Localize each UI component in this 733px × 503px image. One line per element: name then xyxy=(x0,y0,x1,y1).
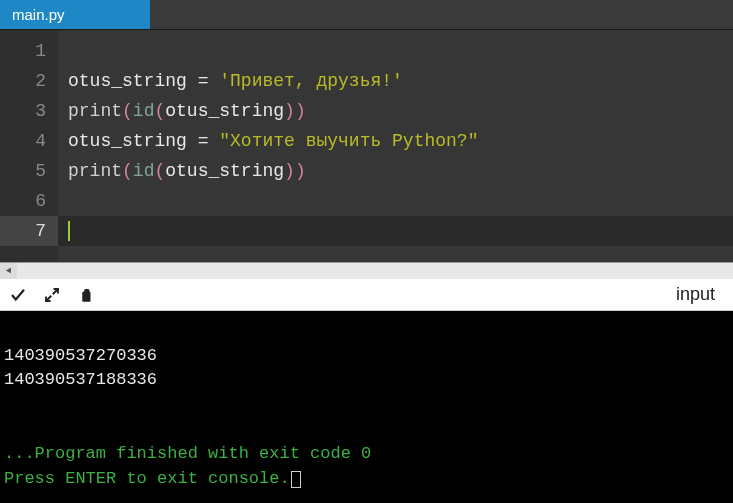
console-line: 140390537270336 xyxy=(4,346,157,365)
code-line xyxy=(58,186,733,216)
code-area[interactable]: otus_string = 'Привет, друзья!' print(id… xyxy=(58,30,733,262)
line-number: 4 xyxy=(0,126,58,156)
line-number: 1 xyxy=(0,36,58,66)
console-status: ...Program finished with exit code 0 xyxy=(4,444,371,463)
copy-icon[interactable] xyxy=(76,285,96,305)
scroll-left-arrow[interactable]: ◄ xyxy=(0,263,17,280)
line-gutter: 1 2 3 4 5 6 7 xyxy=(0,30,58,262)
console-line: 140390537188336 xyxy=(4,370,157,389)
checkmark-icon[interactable] xyxy=(8,285,28,305)
input-label: input xyxy=(676,284,725,305)
file-tab[interactable]: main.py xyxy=(0,0,150,29)
line-number: 7 xyxy=(0,216,58,246)
horizontal-scrollbar[interactable]: ◄ xyxy=(0,262,733,279)
expand-icon[interactable] xyxy=(42,285,62,305)
line-number: 3 xyxy=(0,96,58,126)
console-output[interactable]: 140390537270336 140390537188336 ...Progr… xyxy=(0,311,733,503)
code-line: otus_string = "Хотите выучить Python?" xyxy=(58,126,733,156)
code-line: print(id(otus_string)) xyxy=(58,96,733,126)
code-line: otus_string = 'Привет, друзья!' xyxy=(58,66,733,96)
console-toolbar: input xyxy=(0,279,733,311)
line-number: 2 xyxy=(0,66,58,96)
tab-filename: main.py xyxy=(12,6,65,23)
code-line xyxy=(58,36,733,66)
code-line: print(id(otus_string)) xyxy=(58,156,733,186)
code-line xyxy=(58,216,733,246)
line-number: 6 xyxy=(0,186,58,216)
text-cursor xyxy=(68,221,70,241)
console-cursor xyxy=(291,471,301,488)
svg-rect-2 xyxy=(82,292,90,302)
line-number: 5 xyxy=(0,156,58,186)
console-prompt: Press ENTER to exit console. xyxy=(4,469,290,488)
code-editor[interactable]: 1 2 3 4 5 6 7 otus_string = 'Привет, дру… xyxy=(0,30,733,262)
tab-bar: main.py xyxy=(0,0,733,30)
